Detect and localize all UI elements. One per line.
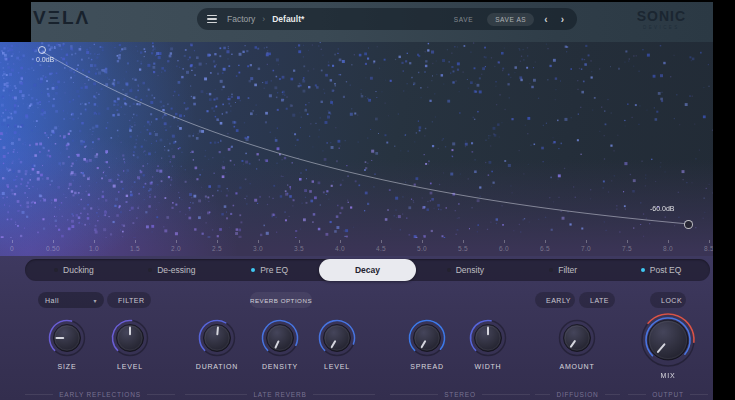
knob-spread[interactable]: SPREAD <box>405 316 449 370</box>
knob-mix[interactable]: MIX <box>639 311 697 379</box>
time-tick: 2.0 <box>165 238 187 252</box>
knob-label: SPREAD <box>410 363 444 370</box>
plugin-window: VΞLΛ Factory › Default* SAVE SAVE AS ‹ ›… <box>0 0 735 400</box>
filter-toggle-label: FILTER <box>118 297 145 304</box>
time-tick: 8.0 <box>657 238 679 252</box>
knob-label: SIZE <box>58 363 77 370</box>
reverb-type-select[interactable]: Hall ▾ <box>38 292 104 308</box>
filter-toggle[interactable]: FILTER <box>107 292 151 308</box>
save-button[interactable]: SAVE <box>447 13 480 26</box>
tab-label: Density <box>456 265 484 275</box>
time-tick: 5.0 <box>411 238 433 252</box>
time-tick: 1.5 <box>124 238 146 252</box>
chevron-down-icon: ▾ <box>93 297 97 304</box>
tab-status-dot <box>54 268 58 272</box>
vela-logo: VΞLΛ <box>33 7 90 29</box>
tab-status-dot <box>148 268 152 272</box>
sonic-logo-text: SONIC <box>637 8 686 24</box>
late-toggle[interactable]: LATE <box>579 292 615 308</box>
reverb-options-button[interactable]: REVERB OPTIONS <box>250 292 312 308</box>
save-as-button[interactable]: SAVE AS <box>487 13 534 26</box>
early-toggle-label: EARLY <box>546 297 571 304</box>
reverb-visualizer[interactable]: 0.0dB -60.0dB 00.501.01.52.02.53.03.54.0… <box>0 42 713 256</box>
section-stereo: STEREO <box>390 389 530 399</box>
time-tick: 1.0 <box>83 238 105 252</box>
control-panel: DuckingDe-essingPre EQDecayDensityFilter… <box>0 256 713 400</box>
late-toggle-label: LATE <box>590 297 609 304</box>
time-tick: 2.5 <box>206 238 228 252</box>
breadcrumb-root[interactable]: Factory <box>227 14 255 24</box>
section-output: OUTPUT <box>628 389 708 399</box>
tab-label: Pre EQ <box>260 265 288 275</box>
time-tick: 6.0 <box>493 238 515 252</box>
decay-curve-canvas[interactable] <box>0 42 713 238</box>
knob-width[interactable]: WIDTH <box>466 316 510 370</box>
floor-handle[interactable] <box>684 220 693 229</box>
knob-level[interactable]: LEVEL <box>108 316 152 370</box>
tab-label: Filter <box>558 265 577 275</box>
tab-label: De-essing <box>157 265 195 275</box>
tab-status-dot <box>641 268 645 272</box>
knob-amount[interactable]: AMOUNT <box>555 316 599 370</box>
tab-status-dot <box>549 268 553 272</box>
tab-density[interactable]: Density <box>416 259 514 281</box>
tab-status-dot <box>447 268 451 272</box>
knob-size[interactable]: SIZE <box>45 316 89 370</box>
section-diffusion: DIFFUSION <box>535 389 620 399</box>
time-tick: 7.5 <box>616 238 638 252</box>
header-bar: VΞLΛ Factory › Default* SAVE SAVE AS ‹ ›… <box>0 0 713 42</box>
prev-preset-button[interactable]: ‹ <box>541 14 550 25</box>
tab-label: Decay <box>355 265 380 275</box>
tab-filter[interactable]: Filter <box>514 259 612 281</box>
section-late-reverb: LATE REVERB <box>185 389 375 399</box>
knob-density[interactable]: DENSITY <box>258 316 302 370</box>
preset-bar: Factory › Default* SAVE SAVE AS ‹ › <box>197 8 577 30</box>
knob-duration[interactable]: DURATION <box>195 316 239 370</box>
company-logo: SONIC DEVICES <box>637 8 686 30</box>
floor-db-label: -60.0dB <box>650 205 675 212</box>
tab-ducking[interactable]: Ducking <box>25 259 123 281</box>
time-tick: 0 <box>1 238 23 252</box>
time-tick: 3.5 <box>288 238 310 252</box>
menu-icon[interactable] <box>207 15 217 24</box>
time-tick: 7.0 <box>575 238 597 252</box>
next-preset-button[interactable]: › <box>558 14 567 25</box>
tab-label: Ducking <box>63 265 94 275</box>
time-tick: 4.0 <box>329 238 351 252</box>
knob-label: DURATION <box>196 363 238 370</box>
tab-post-eq[interactable]: Post EQ <box>612 259 710 281</box>
time-tick: 8.5 <box>698 238 713 252</box>
section-early-reflections: EARLY REFLECTIONS <box>25 389 175 399</box>
time-axis: 00.501.01.52.02.53.03.54.04.55.05.56.06.… <box>0 238 713 256</box>
time-tick: 5.5 <box>452 238 474 252</box>
knob-label: MIX <box>661 372 676 379</box>
tab-de-essing[interactable]: De-essing <box>123 259 221 281</box>
tab-label: Post EQ <box>650 265 682 275</box>
time-tick: 4.5 <box>370 238 392 252</box>
options-row: Hall ▾ FILTER REVERB OPTIONS EARLY LATE <box>0 292 713 309</box>
tab-bar: DuckingDe-essingPre EQDecayDensityFilter… <box>25 259 710 281</box>
knob-label: DENSITY <box>262 363 298 370</box>
lock-toggle[interactable]: LOCK <box>650 292 686 308</box>
section-labels: EARLY REFLECTIONSLATE REVERBSTEREODIFFUS… <box>0 389 713 399</box>
breadcrumb-current-preset[interactable]: Default* <box>272 14 304 24</box>
knob-label: LEVEL <box>324 363 350 370</box>
breadcrumb-separator: › <box>262 14 265 24</box>
time-tick: 0.50 <box>42 238 64 252</box>
sonic-logo-subtext: DEVICES <box>637 25 686 30</box>
knob-level-late[interactable]: LEVEL <box>315 316 359 370</box>
window-corner <box>0 0 31 43</box>
knob-label: WIDTH <box>475 363 502 370</box>
reverb-type-value: Hall <box>45 297 59 304</box>
knob-label: AMOUNT <box>559 363 594 370</box>
tab-status-dot <box>251 268 255 272</box>
time-tick: 6.5 <box>534 238 556 252</box>
knob-label: LEVEL <box>117 363 143 370</box>
tab-pre-eq[interactable]: Pre EQ <box>221 259 319 281</box>
early-toggle[interactable]: EARLY <box>535 292 575 308</box>
lock-toggle-label: LOCK <box>661 297 682 304</box>
time-tick: 3.0 <box>247 238 269 252</box>
tab-decay[interactable]: Decay <box>319 259 417 281</box>
window-edge <box>0 0 713 2</box>
